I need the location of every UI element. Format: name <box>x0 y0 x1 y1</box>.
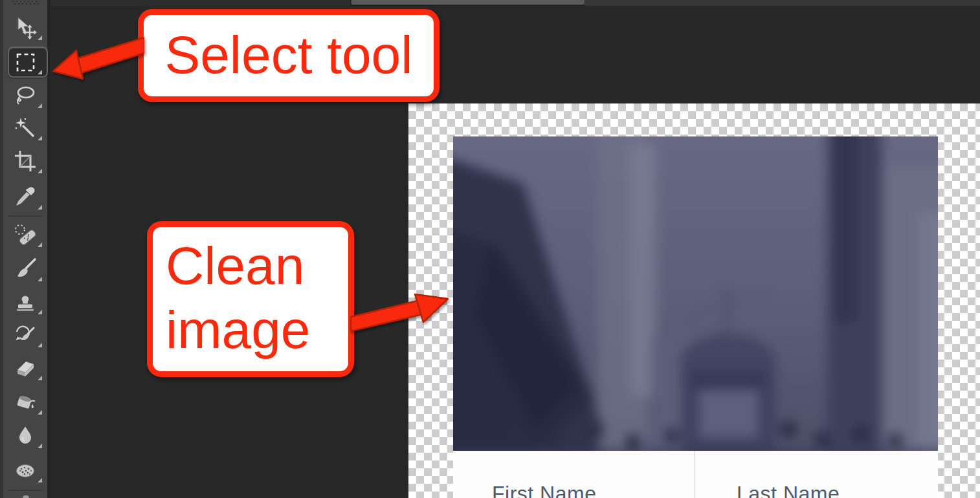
horizontal-scrollbar-thumb[interactable] <box>351 0 585 5</box>
clean-image-line2: image <box>166 298 348 362</box>
tab-strip-left-segment <box>50 0 351 6</box>
select-tool-callout: Select tool <box>138 9 440 102</box>
tool-flyout-indicator <box>38 277 42 281</box>
eraser-tool-icon[interactable] <box>3 353 47 384</box>
toolbar-divider <box>8 490 42 491</box>
photo-layer[interactable] <box>453 136 938 451</box>
tool-flyout-indicator <box>38 103 42 108</box>
crop-tool-icon[interactable] <box>3 146 47 177</box>
marquee-select-tool-icon[interactable] <box>3 47 47 78</box>
paint-bucket-tool-icon[interactable] <box>3 387 47 418</box>
tool-flyout-indicator <box>38 343 42 347</box>
web-form-card: First Name Last Name <box>453 451 938 498</box>
form-column-divider <box>694 451 695 498</box>
brush-tool-icon[interactable] <box>3 254 47 285</box>
move-tool-icon[interactable] <box>3 13 47 44</box>
blurred-street-photo <box>453 136 938 451</box>
tool-flyout-indicator <box>38 478 42 482</box>
blur-tool-icon[interactable] <box>3 421 47 452</box>
tool-flyout-indicator <box>38 70 42 74</box>
clean-image-arrow <box>350 283 452 336</box>
select-tool-arrow <box>50 32 144 85</box>
tool-flyout-indicator <box>38 205 42 210</box>
tab-strip-right-segment <box>585 0 980 6</box>
eyedropper-tool-icon[interactable] <box>3 182 47 213</box>
tool-flyout-indicator <box>38 444 42 448</box>
app-window: First Name Last Name Select tool Clean i… <box>0 0 980 498</box>
panel-grip-icon[interactable] <box>12 1 39 6</box>
tool-flyout-indicator <box>38 376 42 380</box>
tool-flyout-indicator <box>38 243 42 247</box>
history-brush-tool-icon[interactable] <box>3 320 47 351</box>
tool-flyout-indicator <box>38 310 42 314</box>
magic-wand-tool-icon[interactable] <box>3 113 47 144</box>
tools-panel <box>0 0 50 498</box>
healing-brush-tool-icon[interactable] <box>3 220 47 251</box>
tool-flyout-indicator <box>38 136 42 140</box>
first-name-label: First Name <box>492 482 596 498</box>
lasso-tool-icon[interactable] <box>3 81 47 112</box>
tool-flyout-indicator <box>38 36 42 40</box>
tool-flyout-indicator <box>38 410 42 415</box>
clone-stamp-tool-icon[interactable] <box>3 287 47 318</box>
tool-flyout-indicator <box>38 169 42 173</box>
partial-tool-icon[interactable] <box>23 495 29 498</box>
last-name-label: Last Name <box>737 482 840 498</box>
clean-image-callout: Clean image <box>147 221 354 377</box>
document-tab-strip <box>50 0 980 6</box>
toolbar-divider <box>8 215 42 217</box>
clean-image-line1: Clean <box>166 233 348 298</box>
sponge-tool-icon[interactable] <box>3 455 47 486</box>
